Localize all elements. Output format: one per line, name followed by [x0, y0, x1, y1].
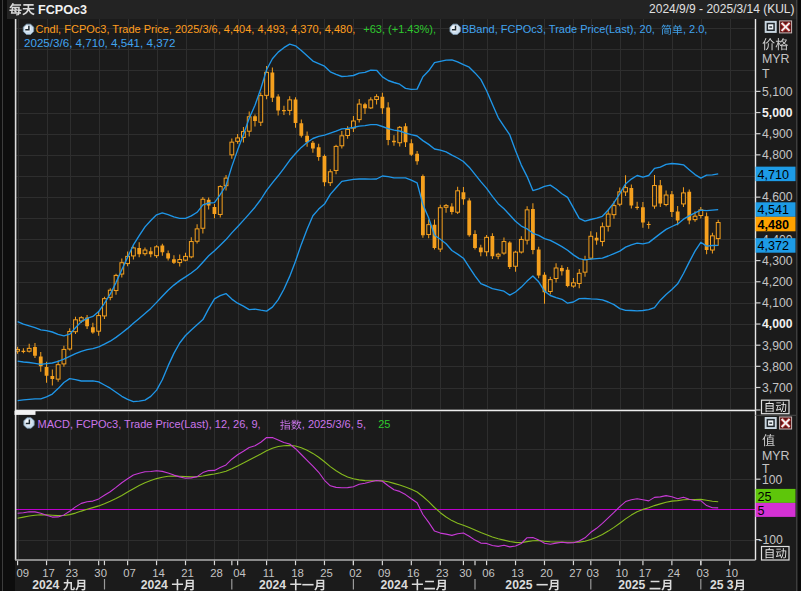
svg-text:11: 11: [263, 567, 275, 579]
svg-text:T: T: [762, 462, 770, 476]
svg-text:2024: 2024: [32, 578, 59, 591]
svg-text:, 2025/3/6, 5,: , 2025/3/6, 5,: [302, 418, 366, 430]
svg-text:10: 10: [615, 567, 628, 579]
svg-text:23: 23: [65, 567, 78, 579]
svg-text:17: 17: [639, 567, 652, 579]
svg-text:FCPOc3: FCPOc3: [38, 3, 87, 17]
svg-text:17: 17: [42, 567, 55, 579]
svg-text:2024: 2024: [259, 578, 286, 591]
svg-text:3,800: 3,800: [762, 360, 793, 374]
svg-text:4,000: 4,000: [762, 317, 793, 331]
svg-text:5: 5: [758, 504, 765, 518]
svg-text:4,710: 4,710: [758, 168, 790, 182]
svg-text:5,000: 5,000: [762, 106, 793, 120]
svg-text:04: 04: [233, 567, 246, 579]
svg-text:20: 20: [540, 567, 553, 579]
svg-text:T: T: [762, 67, 770, 81]
svg-text:MYR: MYR: [762, 52, 790, 66]
svg-text:-100: -100: [759, 533, 784, 547]
svg-text:2025: 2025: [618, 578, 645, 591]
svg-text:+63, (+1.43%),: +63, (+1.43%),: [363, 23, 436, 35]
svg-text:13: 13: [511, 567, 524, 579]
svg-text:2024/9/9 - 2025/3/14 (KUL): 2024/9/9 - 2025/3/14 (KUL): [649, 2, 794, 16]
svg-text:4,200: 4,200: [762, 275, 793, 289]
svg-text:3,700: 3,700: [762, 381, 793, 395]
svg-text:07: 07: [123, 567, 136, 579]
svg-text:4,300: 4,300: [762, 254, 793, 268]
svg-text:02: 02: [349, 567, 362, 579]
svg-text:BBand, FCPOc3, Trade Price(Las: BBand, FCPOc3, Trade Price(Last), 20,: [462, 23, 655, 35]
svg-text:24: 24: [668, 567, 681, 579]
svg-text:4,541: 4,541: [758, 203, 790, 217]
svg-text:23: 23: [436, 567, 449, 579]
svg-text:30: 30: [94, 567, 107, 579]
svg-text:25: 25: [320, 567, 333, 579]
svg-text:2025: 2025: [505, 578, 532, 591]
svg-text:4,900: 4,900: [762, 127, 793, 141]
svg-text:4,372: 4,372: [758, 239, 790, 253]
svg-text:4,800: 4,800: [762, 148, 793, 162]
svg-text:MYR: MYR: [762, 449, 790, 463]
svg-text:03: 03: [697, 567, 710, 579]
svg-text:, 2.0,: , 2.0,: [683, 23, 707, 35]
svg-text:25: 25: [758, 490, 772, 504]
svg-text:28: 28: [210, 567, 223, 579]
svg-text:03: 03: [587, 567, 600, 579]
svg-text:25 3: 25 3: [710, 578, 734, 591]
svg-text:5,100: 5,100: [762, 85, 793, 99]
svg-text:10: 10: [725, 567, 738, 579]
svg-text:2024: 2024: [141, 578, 168, 591]
svg-text:09: 09: [17, 567, 30, 579]
svg-text:MACD, FCPOc3, Trade Price(Last: MACD, FCPOc3, Trade Price(Last), 12, 26,…: [38, 418, 261, 430]
svg-text:16: 16: [407, 567, 420, 579]
svg-text:09: 09: [378, 567, 391, 579]
svg-text:Cndl, FCPOc3, Trade Price, 202: Cndl, FCPOc3, Trade Price, 2025/3/6, 4,4…: [36, 23, 356, 35]
svg-text:18: 18: [291, 567, 304, 579]
svg-text:4,480: 4,480: [758, 218, 790, 232]
svg-text:2025/3/6, 4,710, 4,541, 4,372: 2025/3/6, 4,710, 4,541, 4,372: [24, 36, 176, 49]
svg-text:06: 06: [482, 567, 495, 579]
svg-text:27: 27: [569, 567, 582, 579]
svg-text:4,100: 4,100: [762, 296, 793, 310]
svg-text:14: 14: [152, 567, 165, 579]
svg-text:21: 21: [181, 567, 194, 579]
svg-text:25: 25: [378, 418, 390, 430]
svg-text:3,900: 3,900: [762, 339, 793, 353]
svg-text:2024: 2024: [381, 578, 408, 591]
svg-text:30: 30: [459, 567, 472, 579]
